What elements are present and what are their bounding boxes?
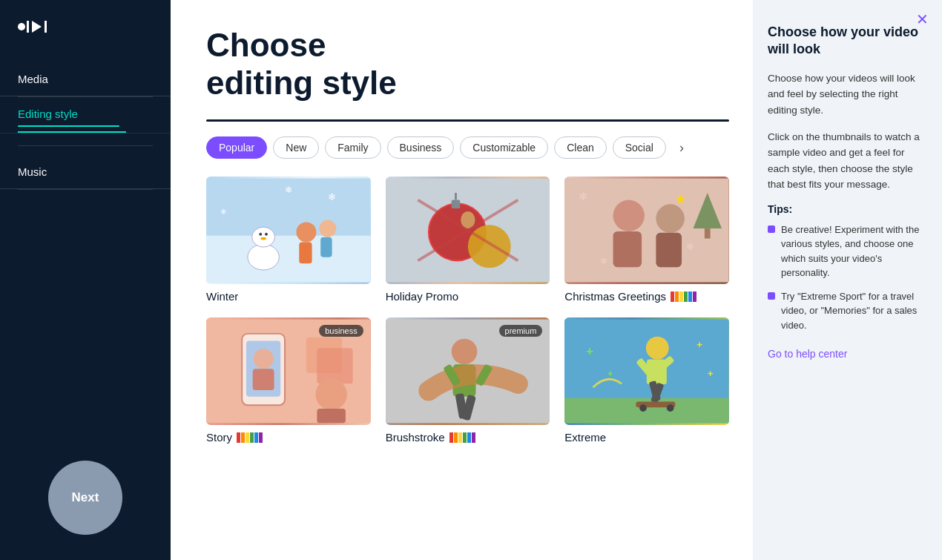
svg-text:❄: ❄ (579, 190, 589, 202)
svg-point-2 (248, 244, 279, 270)
tip-item-2: Try "Extreme Sport" for a travel video, … (768, 289, 927, 333)
style-card-winter[interactable]: ❄ ❄ ❄ Winter (206, 177, 371, 303)
svg-rect-25 (613, 231, 642, 267)
svg-point-9 (319, 220, 336, 237)
panel-desc1: Choose how your videos will look and fee… (768, 70, 927, 119)
tip-text-2: Try "Extreme Sport" for a travel video, … (781, 289, 927, 333)
svg-point-44 (451, 339, 477, 365)
svg-rect-40 (317, 348, 352, 383)
svg-rect-10 (320, 237, 332, 257)
tip-bullet-1 (768, 225, 775, 233)
svg-rect-29 (705, 228, 711, 238)
svg-point-7 (296, 223, 316, 243)
style-card-story[interactable]: business Story (206, 317, 371, 444)
svg-text:+: + (708, 368, 714, 379)
style-thumb-extreme: + + + + (564, 317, 729, 425)
next-button[interactable]: Next (48, 461, 122, 535)
svg-point-58 (667, 405, 674, 412)
filter-family[interactable]: Family (325, 136, 381, 159)
svg-point-24 (613, 200, 645, 231)
svg-text:❄: ❄ (220, 208, 226, 216)
logo-dot (18, 23, 25, 30)
style-label-christmas: Christmas Greetings (564, 290, 729, 303)
filter-tabs: Popular New Family Business Customizable… (206, 136, 729, 159)
style-card-brushstroke[interactable]: premium Brushstroke (386, 317, 550, 444)
svg-point-6 (260, 237, 266, 240)
style-card-christmas-greetings[interactable]: ❄ ❄ ❄ ★ Christmas Greetings (564, 177, 729, 303)
next-button-wrap: Next (0, 443, 171, 553)
right-panel: ✕ Choose how your video will look Choose… (753, 0, 942, 560)
svg-point-37 (254, 349, 274, 369)
svg-text:❄: ❄ (328, 191, 336, 202)
logo-bar2 (45, 21, 47, 33)
sidebar-item-media[interactable]: Media (0, 62, 171, 96)
style-card-extreme[interactable]: + + + + Extreme (564, 317, 729, 444)
style-thumb-christmas: ❄ ❄ ❄ ★ (564, 177, 729, 284)
svg-point-52 (646, 337, 669, 360)
style-thumb-winter: ❄ ❄ ❄ (206, 177, 371, 284)
style-thumb-holiday (386, 177, 550, 284)
story-badge: business (319, 325, 363, 337)
svg-text:❄: ❄ (686, 241, 694, 252)
logo-area (0, 0, 171, 62)
panel-desc2: Click on the thumbnails to watch a sampl… (768, 129, 927, 193)
style-label-winter: Winter (206, 290, 371, 303)
filter-customizable[interactable]: Customizable (460, 136, 548, 159)
filter-popular[interactable]: Popular (206, 136, 267, 159)
filter-social[interactable]: Social (613, 136, 666, 159)
style-grid: ❄ ❄ ❄ Winter (206, 177, 729, 444)
panel-title: Choose how your video will look (768, 24, 927, 59)
app-logo (18, 21, 153, 33)
sidebar-item-editing-label: Editing style (18, 108, 78, 120)
svg-text:★: ★ (676, 192, 687, 207)
svg-text:❄: ❄ (601, 257, 608, 266)
style-label-extreme: Extreme (564, 431, 729, 444)
logo-play-icon (32, 21, 42, 33)
tips-list: Be creative! Experiment with the various… (768, 223, 927, 333)
svg-rect-23 (564, 179, 729, 283)
svg-rect-1 (206, 236, 371, 283)
brushstroke-color-icon (449, 432, 475, 443)
sidebar: Media Editing style Music Next (0, 0, 171, 560)
filter-business[interactable]: Business (387, 136, 455, 159)
svg-point-18 (467, 225, 510, 268)
filter-arrow-right[interactable]: › (675, 137, 688, 159)
filter-clean[interactable]: Clean (554, 136, 607, 159)
style-label-story: Story (206, 431, 371, 444)
style-card-holiday-promo[interactable]: Holiday Promo (386, 177, 550, 303)
christmas-color-icon (671, 291, 696, 302)
logo-bar1 (27, 21, 29, 33)
svg-text:+: + (586, 343, 593, 358)
brushstroke-badge: premium (499, 325, 543, 337)
story-color-icon (237, 432, 263, 443)
main-content: Choose editing style Popular New Family … (171, 0, 753, 560)
svg-rect-42 (317, 409, 346, 423)
sidebar-item-media-label: Media (18, 73, 48, 85)
style-label-brushstroke: Brushstroke (386, 431, 550, 444)
sidebar-item-music-label: Music (18, 165, 47, 178)
svg-text:+: + (607, 368, 613, 379)
svg-text:+: + (697, 339, 703, 350)
style-thumb-story: business (206, 317, 371, 425)
svg-point-4 (259, 233, 262, 236)
close-icon[interactable]: ✕ (916, 10, 929, 28)
svg-point-57 (640, 405, 648, 412)
svg-point-26 (656, 205, 685, 234)
svg-rect-8 (299, 243, 312, 264)
help-center-link[interactable]: Go to help center (768, 348, 847, 360)
svg-point-5 (265, 233, 268, 236)
svg-rect-19 (451, 200, 460, 209)
sidebar-item-music[interactable]: Music (0, 155, 171, 189)
svg-text:❄: ❄ (285, 185, 292, 194)
svg-point-41 (315, 379, 346, 410)
page-title: Choose editing style (206, 27, 729, 102)
sidebar-nav: Media Editing style Music (0, 62, 171, 443)
tip-item-1: Be creative! Experiment with the various… (768, 223, 927, 280)
tip-text-1: Be creative! Experiment with the various… (781, 223, 927, 280)
tips-title: Tips: (768, 203, 927, 215)
title-divider (206, 119, 729, 122)
sidebar-item-editing-style[interactable]: Editing style (0, 97, 171, 134)
filter-new[interactable]: New (273, 136, 319, 159)
svg-rect-38 (253, 369, 274, 390)
svg-rect-27 (656, 233, 682, 267)
